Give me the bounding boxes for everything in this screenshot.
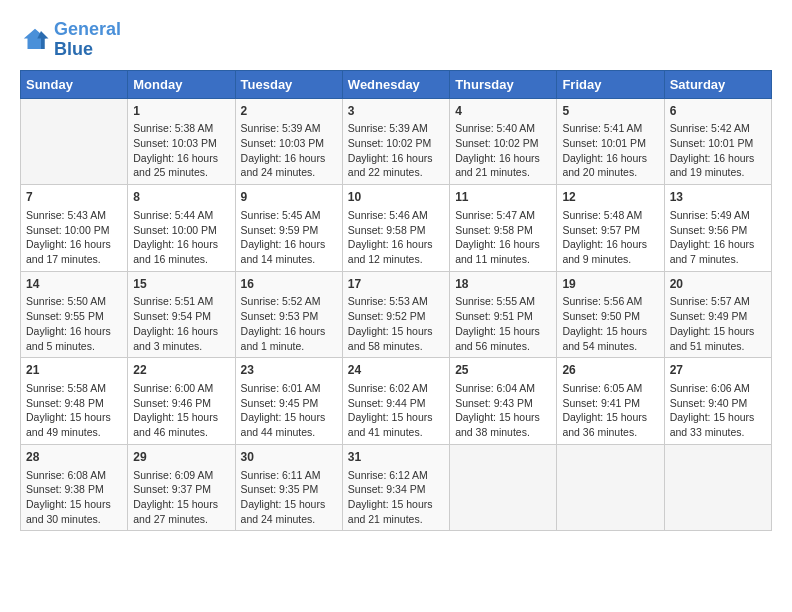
day-info: Sunrise: 5:41 AM Sunset: 10:01 PM Daylig… <box>562 121 658 180</box>
day-number: 17 <box>348 276 444 293</box>
day-number: 3 <box>348 103 444 120</box>
calendar-cell: 10Sunrise: 5:46 AM Sunset: 9:58 PM Dayli… <box>342 185 449 272</box>
calendar-cell: 12Sunrise: 5:48 AM Sunset: 9:57 PM Dayli… <box>557 185 664 272</box>
calendar-cell: 24Sunrise: 6:02 AM Sunset: 9:44 PM Dayli… <box>342 358 449 445</box>
calendar-cell <box>450 444 557 531</box>
column-header-sunday: Sunday <box>21 70 128 98</box>
day-number: 27 <box>670 362 766 379</box>
day-info: Sunrise: 6:11 AM Sunset: 9:35 PM Dayligh… <box>241 468 337 527</box>
logo: General Blue <box>20 20 121 60</box>
calendar-cell <box>664 444 771 531</box>
day-info: Sunrise: 5:52 AM Sunset: 9:53 PM Dayligh… <box>241 294 337 353</box>
column-header-saturday: Saturday <box>664 70 771 98</box>
day-info: Sunrise: 5:47 AM Sunset: 9:58 PM Dayligh… <box>455 208 551 267</box>
day-number: 23 <box>241 362 337 379</box>
day-info: Sunrise: 5:58 AM Sunset: 9:48 PM Dayligh… <box>26 381 122 440</box>
day-info: Sunrise: 6:05 AM Sunset: 9:41 PM Dayligh… <box>562 381 658 440</box>
calendar-header-row: SundayMondayTuesdayWednesdayThursdayFrid… <box>21 70 772 98</box>
calendar-cell: 15Sunrise: 5:51 AM Sunset: 9:54 PM Dayli… <box>128 271 235 358</box>
calendar-cell: 16Sunrise: 5:52 AM Sunset: 9:53 PM Dayli… <box>235 271 342 358</box>
calendar-cell <box>21 98 128 185</box>
day-number: 15 <box>133 276 229 293</box>
day-number: 6 <box>670 103 766 120</box>
column-header-tuesday: Tuesday <box>235 70 342 98</box>
day-info: Sunrise: 5:42 AM Sunset: 10:01 PM Daylig… <box>670 121 766 180</box>
day-info: Sunrise: 5:44 AM Sunset: 10:00 PM Daylig… <box>133 208 229 267</box>
calendar-cell: 20Sunrise: 5:57 AM Sunset: 9:49 PM Dayli… <box>664 271 771 358</box>
calendar-week-row: 28Sunrise: 6:08 AM Sunset: 9:38 PM Dayli… <box>21 444 772 531</box>
day-info: Sunrise: 5:50 AM Sunset: 9:55 PM Dayligh… <box>26 294 122 353</box>
day-number: 2 <box>241 103 337 120</box>
day-number: 8 <box>133 189 229 206</box>
calendar-cell: 3Sunrise: 5:39 AM Sunset: 10:02 PM Dayli… <box>342 98 449 185</box>
calendar-cell: 9Sunrise: 5:45 AM Sunset: 9:59 PM Daylig… <box>235 185 342 272</box>
calendar-cell: 26Sunrise: 6:05 AM Sunset: 9:41 PM Dayli… <box>557 358 664 445</box>
calendar-cell <box>557 444 664 531</box>
calendar-cell: 27Sunrise: 6:06 AM Sunset: 9:40 PM Dayli… <box>664 358 771 445</box>
calendar-cell: 14Sunrise: 5:50 AM Sunset: 9:55 PM Dayli… <box>21 271 128 358</box>
day-info: Sunrise: 5:55 AM Sunset: 9:51 PM Dayligh… <box>455 294 551 353</box>
calendar-cell: 19Sunrise: 5:56 AM Sunset: 9:50 PM Dayli… <box>557 271 664 358</box>
column-header-thursday: Thursday <box>450 70 557 98</box>
day-number: 25 <box>455 362 551 379</box>
day-info: Sunrise: 5:56 AM Sunset: 9:50 PM Dayligh… <box>562 294 658 353</box>
day-number: 7 <box>26 189 122 206</box>
day-info: Sunrise: 5:38 AM Sunset: 10:03 PM Daylig… <box>133 121 229 180</box>
calendar-cell: 5Sunrise: 5:41 AM Sunset: 10:01 PM Dayli… <box>557 98 664 185</box>
day-number: 30 <box>241 449 337 466</box>
day-info: Sunrise: 6:02 AM Sunset: 9:44 PM Dayligh… <box>348 381 444 440</box>
calendar-cell: 25Sunrise: 6:04 AM Sunset: 9:43 PM Dayli… <box>450 358 557 445</box>
day-info: Sunrise: 5:45 AM Sunset: 9:59 PM Dayligh… <box>241 208 337 267</box>
day-info: Sunrise: 5:49 AM Sunset: 9:56 PM Dayligh… <box>670 208 766 267</box>
logo-text: General Blue <box>54 20 121 60</box>
day-number: 12 <box>562 189 658 206</box>
day-info: Sunrise: 6:12 AM Sunset: 9:34 PM Dayligh… <box>348 468 444 527</box>
day-number: 18 <box>455 276 551 293</box>
day-number: 26 <box>562 362 658 379</box>
day-info: Sunrise: 5:48 AM Sunset: 9:57 PM Dayligh… <box>562 208 658 267</box>
day-number: 14 <box>26 276 122 293</box>
calendar-cell: 22Sunrise: 6:00 AM Sunset: 9:46 PM Dayli… <box>128 358 235 445</box>
day-number: 5 <box>562 103 658 120</box>
day-number: 4 <box>455 103 551 120</box>
day-number: 13 <box>670 189 766 206</box>
column-header-friday: Friday <box>557 70 664 98</box>
calendar-cell: 18Sunrise: 5:55 AM Sunset: 9:51 PM Dayli… <box>450 271 557 358</box>
day-number: 29 <box>133 449 229 466</box>
day-info: Sunrise: 6:09 AM Sunset: 9:37 PM Dayligh… <box>133 468 229 527</box>
calendar-cell: 31Sunrise: 6:12 AM Sunset: 9:34 PM Dayli… <box>342 444 449 531</box>
calendar-week-row: 1Sunrise: 5:38 AM Sunset: 10:03 PM Dayli… <box>21 98 772 185</box>
calendar-cell: 6Sunrise: 5:42 AM Sunset: 10:01 PM Dayli… <box>664 98 771 185</box>
day-number: 11 <box>455 189 551 206</box>
calendar-week-row: 7Sunrise: 5:43 AM Sunset: 10:00 PM Dayli… <box>21 185 772 272</box>
calendar-week-row: 21Sunrise: 5:58 AM Sunset: 9:48 PM Dayli… <box>21 358 772 445</box>
column-header-wednesday: Wednesday <box>342 70 449 98</box>
calendar-cell: 21Sunrise: 5:58 AM Sunset: 9:48 PM Dayli… <box>21 358 128 445</box>
calendar-cell: 29Sunrise: 6:09 AM Sunset: 9:37 PM Dayli… <box>128 444 235 531</box>
day-info: Sunrise: 5:39 AM Sunset: 10:02 PM Daylig… <box>348 121 444 180</box>
calendar-cell: 2Sunrise: 5:39 AM Sunset: 10:03 PM Dayli… <box>235 98 342 185</box>
day-number: 22 <box>133 362 229 379</box>
day-info: Sunrise: 6:01 AM Sunset: 9:45 PM Dayligh… <box>241 381 337 440</box>
column-header-monday: Monday <box>128 70 235 98</box>
calendar-table: SundayMondayTuesdayWednesdayThursdayFrid… <box>20 70 772 532</box>
calendar-cell: 11Sunrise: 5:47 AM Sunset: 9:58 PM Dayli… <box>450 185 557 272</box>
calendar-cell: 17Sunrise: 5:53 AM Sunset: 9:52 PM Dayli… <box>342 271 449 358</box>
day-number: 16 <box>241 276 337 293</box>
calendar-cell: 30Sunrise: 6:11 AM Sunset: 9:35 PM Dayli… <box>235 444 342 531</box>
day-number: 19 <box>562 276 658 293</box>
page-header: General Blue <box>20 20 772 60</box>
calendar-cell: 8Sunrise: 5:44 AM Sunset: 10:00 PM Dayli… <box>128 185 235 272</box>
calendar-cell: 1Sunrise: 5:38 AM Sunset: 10:03 PM Dayli… <box>128 98 235 185</box>
day-info: Sunrise: 5:46 AM Sunset: 9:58 PM Dayligh… <box>348 208 444 267</box>
day-number: 21 <box>26 362 122 379</box>
calendar-cell: 4Sunrise: 5:40 AM Sunset: 10:02 PM Dayli… <box>450 98 557 185</box>
day-info: Sunrise: 6:08 AM Sunset: 9:38 PM Dayligh… <box>26 468 122 527</box>
day-info: Sunrise: 5:53 AM Sunset: 9:52 PM Dayligh… <box>348 294 444 353</box>
day-number: 9 <box>241 189 337 206</box>
logo-icon <box>20 25 50 55</box>
day-info: Sunrise: 5:43 AM Sunset: 10:00 PM Daylig… <box>26 208 122 267</box>
day-info: Sunrise: 5:57 AM Sunset: 9:49 PM Dayligh… <box>670 294 766 353</box>
day-info: Sunrise: 6:00 AM Sunset: 9:46 PM Dayligh… <box>133 381 229 440</box>
day-number: 24 <box>348 362 444 379</box>
